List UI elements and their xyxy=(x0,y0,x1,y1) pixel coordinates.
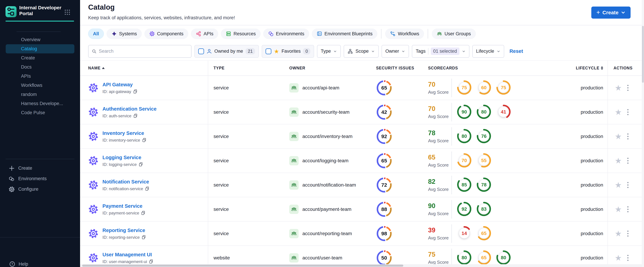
row-menu-button[interactable] xyxy=(626,132,630,140)
app-grid-icon[interactable] xyxy=(64,9,70,16)
sidebar-item-help[interactable]: ? Help xyxy=(0,261,80,267)
users-icon xyxy=(437,31,442,36)
favorites-count: 0 xyxy=(303,48,310,54)
copy-icon[interactable] xyxy=(145,186,150,191)
entity-owner: account/notification-team xyxy=(289,180,356,190)
entity-name-link[interactable]: Payment Service xyxy=(102,203,146,209)
favorite-star-button[interactable]: ★ xyxy=(615,132,622,140)
systems-icon xyxy=(112,31,117,36)
row-menu-button[interactable] xyxy=(626,181,630,189)
favorite-star-button[interactable]: ★ xyxy=(615,84,622,92)
tab-environments[interactable]: Environments xyxy=(263,28,309,39)
favorites-checkbox[interactable] xyxy=(266,48,272,54)
sidebar-item-random[interactable]: random xyxy=(6,90,74,99)
table-row: User Management UI ID: user-management-u… xyxy=(80,246,644,267)
owned-by-me-count: 21 xyxy=(246,48,255,54)
row-menu-button[interactable] xyxy=(626,108,630,116)
row-menu-button[interactable] xyxy=(626,254,630,262)
create-button[interactable]: + Create xyxy=(591,6,630,18)
plus-icon: + xyxy=(596,9,600,16)
entity-name-link[interactable]: User Management UI xyxy=(102,252,154,257)
reset-filters-button[interactable]: Reset xyxy=(510,48,523,54)
copy-icon[interactable] xyxy=(133,89,138,94)
sidebar-bottom-item-configure[interactable]: Configure xyxy=(0,184,80,194)
avg-score-block: 90 Avg Score xyxy=(428,202,448,216)
copy-icon[interactable] xyxy=(142,138,146,142)
entity-id: ID: inventory-service xyxy=(102,138,146,142)
sidebar-item-create[interactable]: Create xyxy=(6,54,74,62)
tags-dropdown[interactable]: Tags 01 selected xyxy=(412,45,469,58)
chevron-down-icon xyxy=(371,50,375,53)
favorites-label: Favorites xyxy=(282,48,301,54)
favorites-filter[interactable]: ★ Favorites 0 xyxy=(262,45,314,58)
entity-name-block: API Gateway ID: api-gateway xyxy=(102,82,138,94)
component-gear-icon xyxy=(88,156,98,166)
sidebar-item-code-pulse[interactable]: Code Pulse xyxy=(6,108,74,117)
horizontal-scrollbar-thumb[interactable] xyxy=(82,264,403,267)
column-header-lifecycle[interactable]: LIFECYCLE xyxy=(576,66,603,70)
copy-icon[interactable] xyxy=(149,259,154,264)
type-dropdown-label: Type xyxy=(321,48,331,54)
component-gear-icon xyxy=(88,204,98,214)
sidebar-item-docs[interactable]: Docs xyxy=(6,62,74,72)
favorite-star-button[interactable]: ★ xyxy=(615,108,622,116)
scope-dropdown[interactable]: Scope xyxy=(344,45,379,58)
tab-workflows[interactable]: Workflows xyxy=(385,28,424,39)
horizontal-scrollbar[interactable] xyxy=(80,264,644,267)
entity-owner: account/payment-team xyxy=(289,205,352,214)
owned-by-me-checkbox[interactable] xyxy=(198,48,204,54)
tab-all[interactable]: All xyxy=(88,28,104,39)
copy-icon[interactable] xyxy=(141,211,146,215)
tab-environment-blueprints[interactable]: AEnvironment Blueprints xyxy=(312,28,377,39)
vertical-scrollbar-thumb[interactable] xyxy=(642,26,644,83)
entity-owner: account/reporting-team xyxy=(289,229,352,238)
favorite-star-button[interactable]: ★ xyxy=(615,181,622,189)
sidebar-item-apis[interactable]: APIs xyxy=(6,72,74,81)
entity-name-link[interactable]: Logging Service xyxy=(102,154,143,160)
entity-type: service xyxy=(214,182,229,188)
owned-by-me-filter[interactable]: Owned by me 21 xyxy=(194,45,259,58)
entity-name-link[interactable]: Notification Service xyxy=(102,179,150,184)
sidebar-bottom-item-create[interactable]: Create xyxy=(0,163,80,174)
sidebar-item-catalog[interactable]: Catalog xyxy=(6,44,74,54)
tab-apis[interactable]: APIs xyxy=(191,28,218,39)
row-menu-button[interactable] xyxy=(626,156,630,165)
tab-user-groups[interactable]: User Groups xyxy=(432,28,476,39)
favorite-star-button[interactable]: ★ xyxy=(615,254,622,262)
row-menu-button[interactable] xyxy=(626,84,630,92)
component-gear-icon xyxy=(88,107,98,117)
row-menu-button[interactable] xyxy=(626,205,630,213)
column-header-name[interactable]: NAME xyxy=(88,66,105,70)
search-input[interactable] xyxy=(99,48,188,54)
copy-icon[interactable] xyxy=(138,162,143,167)
vertical-scrollbar[interactable] xyxy=(642,0,644,267)
scorecard-ring: 70 xyxy=(457,153,472,168)
favorite-star-button[interactable]: ★ xyxy=(615,205,622,213)
sidebar-bottom-item-environments[interactable]: Environments xyxy=(0,174,80,184)
entity-name-link[interactable]: API Gateway xyxy=(102,82,138,87)
sidebar-bottom-nav: Create Environments Configure xyxy=(0,163,80,194)
tab-resources[interactable]: Resources xyxy=(221,28,260,39)
tab-components[interactable]: Components xyxy=(144,28,188,39)
favorite-star-button[interactable]: ★ xyxy=(615,230,622,238)
entity-name-link[interactable]: Reporting Service xyxy=(102,228,146,233)
entity-name-link[interactable]: Inventory Service xyxy=(102,130,146,136)
tab-systems[interactable]: Systems xyxy=(106,28,142,39)
type-dropdown[interactable]: Type xyxy=(317,45,341,58)
row-menu-button[interactable] xyxy=(626,230,630,238)
copy-icon[interactable] xyxy=(133,114,138,118)
avg-score-block: 78 Avg Score xyxy=(428,129,448,144)
lifecycle-dropdown[interactable]: Lifecycle xyxy=(472,45,504,58)
scorecard-ring: 80 xyxy=(496,250,511,266)
page-subtitle: Keep track of applications, services, we… xyxy=(88,15,235,20)
search-input-wrapper[interactable] xyxy=(88,45,192,58)
sidebar-item-workflows[interactable]: Workflows xyxy=(6,81,74,90)
copy-icon[interactable] xyxy=(141,235,146,240)
owner-dropdown-label: Owner xyxy=(385,48,399,54)
owner-dropdown[interactable]: Owner xyxy=(382,45,409,58)
entity-name-link[interactable]: Authentication Service xyxy=(102,106,156,112)
sidebar-item-harness-develope-[interactable]: Harness Develope... xyxy=(6,99,74,108)
sidebar-item-overview[interactable]: Overview xyxy=(6,35,74,44)
favorite-star-button[interactable]: ★ xyxy=(615,157,622,165)
scorecards-divider xyxy=(452,78,452,97)
